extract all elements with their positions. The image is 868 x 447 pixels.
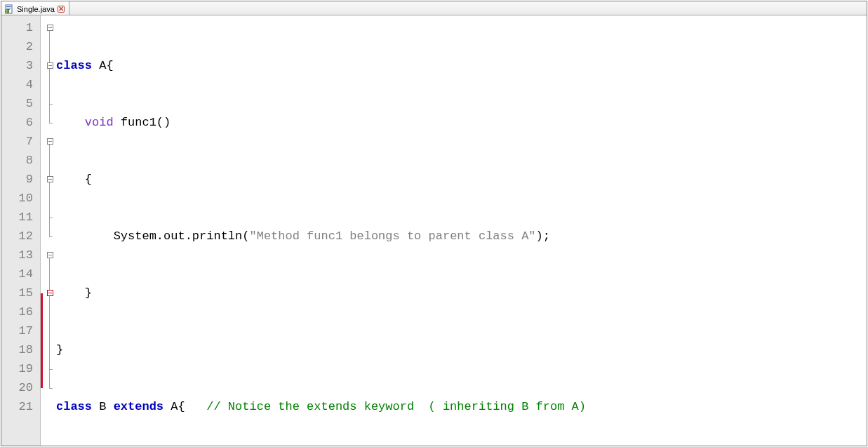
code-line[interactable]: } xyxy=(55,340,867,359)
line-number: 11 xyxy=(1,208,40,227)
line-number-gutter: 1 2 3 4 5 6 7 8 9 10 11 12 13 14 15 16 1… xyxy=(1,15,41,446)
close-icon[interactable]: ✕ xyxy=(58,6,65,13)
change-marker xyxy=(41,340,43,359)
code-line[interactable]: { xyxy=(55,170,867,189)
line-number: 15 xyxy=(1,283,40,302)
line-number: 20 xyxy=(1,378,40,397)
change-marker xyxy=(41,321,43,340)
code-line[interactable]: class B extends A{ // Notice the extends… xyxy=(55,397,867,416)
line-number: 17 xyxy=(1,321,40,340)
code-line[interactable]: class A{ xyxy=(55,56,867,75)
change-marker xyxy=(41,293,43,303)
editor-container: J Single.java ✕ 1 2 3 4 5 6 7 8 9 10 11 … xyxy=(1,1,867,446)
line-number: 12 xyxy=(1,227,40,246)
file-tab[interactable]: J Single.java ✕ xyxy=(1,1,69,15)
change-marker xyxy=(41,378,43,388)
line-number: 21 xyxy=(1,397,40,416)
line-number: 8 xyxy=(1,151,40,170)
line-number: 19 xyxy=(1,359,40,378)
code-area[interactable]: 1 2 3 4 5 6 7 8 9 10 11 12 13 14 15 16 1… xyxy=(1,15,867,446)
fold-toggle-icon[interactable] xyxy=(47,25,53,31)
tab-filename: Single.java xyxy=(17,5,55,13)
change-marker xyxy=(41,302,43,321)
fold-toggle-icon[interactable] xyxy=(47,176,53,182)
line-number: 5 xyxy=(1,94,40,113)
code-line[interactable]: void func1() xyxy=(55,113,867,132)
code-line[interactable]: System.out.println("Method func1 belongs… xyxy=(55,227,867,246)
line-number: 1 xyxy=(1,18,40,37)
svg-rect-2 xyxy=(6,8,11,8)
fold-toggle-icon[interactable] xyxy=(47,62,53,69)
fold-strip xyxy=(45,15,55,446)
line-number: 13 xyxy=(1,246,40,265)
java-file-icon: J xyxy=(4,4,14,14)
tab-bar: J Single.java ✕ xyxy=(1,1,867,15)
line-number: 14 xyxy=(1,265,40,283)
svg-rect-1 xyxy=(6,6,11,7)
line-number: 4 xyxy=(1,75,40,94)
line-number: 6 xyxy=(1,113,40,132)
fold-toggle-icon[interactable] xyxy=(47,138,53,145)
line-number: 16 xyxy=(1,302,40,321)
line-number: 7 xyxy=(1,132,40,151)
fold-toggle-icon[interactable] xyxy=(47,252,53,258)
line-number: 18 xyxy=(1,340,40,359)
fold-toggle-icon[interactable] xyxy=(47,290,53,296)
line-number: 9 xyxy=(1,170,40,189)
line-number: 2 xyxy=(1,37,40,56)
change-marker xyxy=(41,359,43,378)
code-content[interactable]: class A{ void func1() { System.out.print… xyxy=(55,15,867,446)
line-number: 10 xyxy=(1,189,40,208)
code-line[interactable]: } xyxy=(55,283,867,302)
line-number: 3 xyxy=(1,56,40,75)
